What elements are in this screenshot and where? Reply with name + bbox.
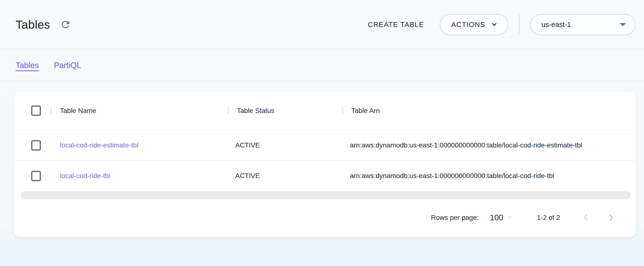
horizontal-scrollbar-thumb[interactable] (21, 191, 630, 199)
caret-down-icon (620, 23, 626, 26)
actions-button-label: ACTIONS (452, 21, 485, 29)
header-divider (519, 15, 520, 34)
table-row: local-cod-ride-tbl ACTIVE arn:aws:dynamo… (14, 160, 636, 191)
table-header-row: Table Name Table Status Table Arn (14, 92, 636, 130)
caret-down-icon (507, 216, 512, 219)
column-header-table-name: Table Name (51, 107, 228, 115)
refresh-button[interactable] (60, 19, 71, 30)
chevron-down-icon (490, 21, 498, 28)
rows-per-page-label: Rows per page: (431, 214, 479, 222)
column-resize-handle (51, 107, 52, 115)
pagination-bar: Rows per page: 100 1-2 of 2 (14, 199, 636, 236)
table-row: local-cod-ride-estimate-tbl ACTIVE arn:a… (14, 130, 636, 160)
table-name-link[interactable]: local-cod-ride-estimate-tbl (60, 141, 138, 149)
table-status-cell: ACTIVE (228, 172, 342, 180)
tab-tables[interactable]: Tables (16, 61, 39, 70)
table-arn-cell: arn:aws:dynamodb:us-east-1:000000000000:… (342, 141, 636, 149)
tab-bar: Tables PartiQL (0, 50, 644, 81)
table-body: local-cod-ride-estimate-tbl ACTIVE arn:a… (14, 130, 636, 191)
select-all-checkbox[interactable] (31, 106, 41, 116)
row-checkbox[interactable] (31, 140, 41, 151)
rows-per-page-value: 100 (490, 213, 503, 222)
table-arn-cell: arn:aws:dynamodb:us-east-1:000000000000:… (342, 172, 636, 180)
column-resize-handle (342, 107, 343, 115)
prev-page-button[interactable] (580, 212, 592, 224)
tables-card: Table Name Table Status Table Arn local-… (14, 92, 636, 237)
page-header: Tables CREATE TABLE ACTIONS us-east-1 (0, 0, 644, 50)
chevron-left-icon (582, 213, 590, 222)
region-select[interactable]: us-east-1 (530, 14, 636, 35)
create-table-button[interactable]: CREATE TABLE (368, 21, 424, 29)
region-select-value: us-east-1 (542, 21, 571, 29)
refresh-icon (60, 19, 71, 30)
next-page-button[interactable] (605, 212, 617, 224)
table-status-cell: ACTIVE (228, 141, 342, 149)
column-header-table-status: Table Status (228, 107, 342, 115)
chevron-right-icon (607, 213, 616, 222)
column-header-label: Table Arn (351, 107, 380, 115)
header-actions-group: CREATE TABLE ACTIONS us-east-1 (368, 14, 636, 35)
tab-partiql[interactable]: PartiQL (54, 61, 81, 70)
column-header-table-arn: Table Arn (342, 107, 636, 115)
row-checkbox[interactable] (31, 171, 41, 181)
column-resize-handle (228, 107, 229, 115)
table-name-link[interactable]: local-cod-ride-tbl (60, 172, 110, 179)
column-header-label: Table Name (60, 107, 96, 115)
rows-per-page-select[interactable]: 100 (490, 213, 512, 222)
actions-button[interactable]: ACTIONS (440, 14, 508, 35)
column-header-label: Table Status (237, 107, 274, 115)
page-title: Tables (16, 18, 50, 31)
pagination-range-label: 1-2 of 2 (537, 214, 560, 222)
